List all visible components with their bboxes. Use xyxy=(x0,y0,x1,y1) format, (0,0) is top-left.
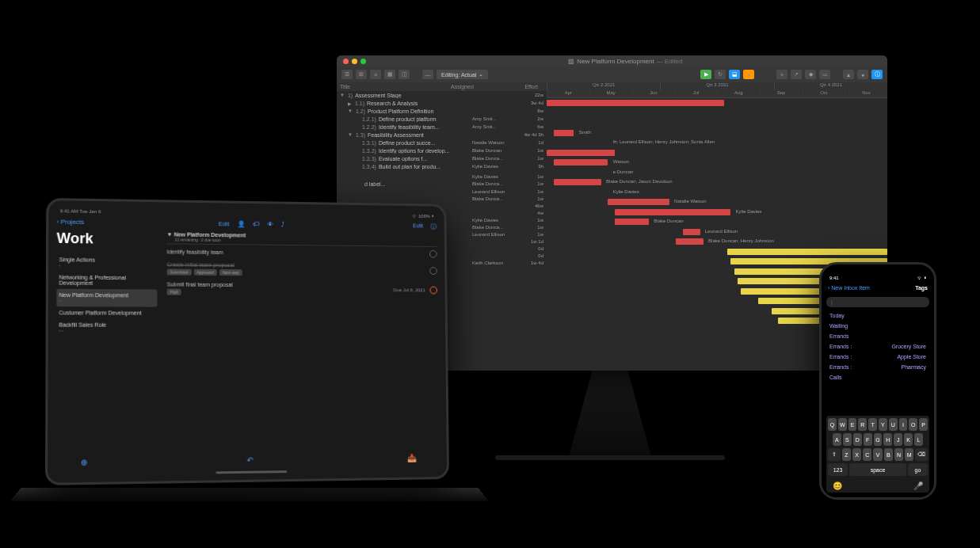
minimize-icon[interactable] xyxy=(352,59,357,64)
view-outline-button[interactable]: ☰ xyxy=(341,70,353,79)
gantt-bar[interactable] xyxy=(676,238,703,245)
mic-button[interactable]: 🎤 xyxy=(913,481,923,490)
info-icon[interactable]: ⓘ xyxy=(431,223,437,231)
eye-icon[interactable]: 👁 xyxy=(267,221,273,228)
keyboard-key[interactable]: ⌫ xyxy=(915,448,928,461)
keyboard-key[interactable]: D xyxy=(853,433,862,446)
keyboard-key[interactable]: space xyxy=(849,463,906,476)
new-item-button[interactable]: ⊕ xyxy=(81,458,87,466)
tag-icon[interactable]: 🏷 xyxy=(253,221,259,228)
keyboard-key[interactable]: A xyxy=(833,433,841,446)
keyboard-key[interactable]: L xyxy=(914,433,923,446)
view-list-button[interactable]: ≡ xyxy=(370,70,381,79)
inbox-button[interactable]: 📥 xyxy=(407,454,417,462)
keyboard-key[interactable]: C xyxy=(863,448,871,461)
task-status-circle[interactable] xyxy=(429,286,437,294)
gantt-bar[interactable] xyxy=(727,249,887,255)
keyboard-key[interactable]: S xyxy=(843,433,852,446)
gantt-bar[interactable] xyxy=(683,229,700,235)
keyboard-key[interactable]: X xyxy=(852,448,861,461)
keyboard-key[interactable]: O xyxy=(909,418,917,431)
keyboard-key[interactable]: T xyxy=(868,418,877,431)
tag-item[interactable]: Errands :Pharmacy xyxy=(826,362,929,372)
close-icon[interactable] xyxy=(343,59,349,64)
outline-row[interactable]: d label...Blake Dunca...1w xyxy=(337,180,547,188)
edit-button[interactable]: Edit xyxy=(219,220,230,227)
keyboard-key[interactable]: V xyxy=(873,448,882,461)
tag-item[interactable]: Today xyxy=(826,310,929,321)
keyboard-key[interactable]: Z xyxy=(842,448,851,461)
view-network-button[interactable]: ◫ xyxy=(398,70,410,79)
keyboard-key[interactable]: H xyxy=(883,433,892,446)
outline-row[interactable]: ▼1)Assessment Stage22w xyxy=(337,91,547,99)
tag-item[interactable]: Errands :Apple Store xyxy=(826,352,929,362)
task-row[interactable]: Submit final team proposalHighDue Jul 8,… xyxy=(167,278,438,299)
outline-row[interactable]: 1.3.3)Evaluate options f...Blake Dunca..… xyxy=(337,154,547,162)
task-status-circle[interactable] xyxy=(429,267,437,275)
keyboard-key[interactable]: F xyxy=(864,433,872,446)
keyboard-key[interactable]: 123 xyxy=(828,463,848,476)
home-indicator[interactable] xyxy=(215,470,287,474)
outline-row[interactable]: ▼1.2)Product Platform Definition8w xyxy=(337,107,547,115)
gantt-bar[interactable] xyxy=(547,100,724,106)
keyboard-key[interactable]: B xyxy=(884,448,893,461)
sidebar-project[interactable]: New Platform Development• xyxy=(56,289,157,307)
highlight-button[interactable]: ● xyxy=(857,70,868,79)
keyboard-key[interactable]: N xyxy=(894,448,903,461)
back-button[interactable]: ‹ Projects xyxy=(57,219,85,226)
iphone-back-button[interactable]: ‹ New Inbox Item xyxy=(828,285,870,291)
tag-item[interactable]: Errands xyxy=(826,331,929,341)
task-row[interactable]: Create initial team proposalSubmittedApp… xyxy=(167,258,437,280)
gantt-bar[interactable] xyxy=(554,159,608,166)
main-edit-button[interactable]: Edit xyxy=(413,223,423,231)
baseline-button[interactable]: — xyxy=(422,70,433,79)
sidebar-project[interactable]: Customer Platform Development xyxy=(56,306,157,319)
keyboard-key[interactable]: Q xyxy=(828,418,837,431)
tag-item[interactable]: Waiting xyxy=(826,321,929,331)
outline-row[interactable]: 1.2.2)Identify feasibility team...Amy Sm… xyxy=(337,123,547,131)
outline-row[interactable]: Blake Dunca...1w xyxy=(337,195,547,202)
gantt-bar[interactable] xyxy=(615,219,649,225)
keyboard-key[interactable]: W xyxy=(838,418,847,431)
view-board-button[interactable]: ▦ xyxy=(384,70,395,79)
editing-dropdown[interactable]: Editing: Actual⌄ xyxy=(437,70,488,79)
keyboard-key[interactable]: P xyxy=(919,418,928,431)
add-task-button[interactable]: + xyxy=(776,70,787,79)
outline-row[interactable]: Leonard Ellison1w xyxy=(337,188,547,195)
outline-row[interactable]: 1.2.1)Define product platformAmy Smit...… xyxy=(337,115,547,123)
gantt-bar[interactable] xyxy=(554,130,574,136)
person-icon[interactable]: 👤 xyxy=(237,221,245,228)
keyboard-key[interactable]: G xyxy=(874,433,883,446)
tag-item[interactable]: Calls xyxy=(826,372,929,382)
tag-item[interactable]: Errands :Grocery Store xyxy=(826,341,929,352)
catch-up-button[interactable]: ▶ xyxy=(700,70,711,79)
disclosure-icon[interactable]: ▼ xyxy=(167,231,173,237)
keyboard-key[interactable]: ⇧ xyxy=(828,448,841,461)
keyboard-key[interactable]: go xyxy=(908,463,928,476)
keyboard-key[interactable]: J xyxy=(894,433,902,446)
action-button[interactable]: ↗ xyxy=(791,70,802,79)
critical-button[interactable]: ▲ xyxy=(843,70,854,79)
outline-row[interactable]: 1.3.1)Define product succe...Natalie Wat… xyxy=(337,139,547,147)
publish-button[interactable]: ● xyxy=(743,70,754,79)
col-effort[interactable]: Effort xyxy=(506,84,538,89)
sidebar-project[interactable]: Backfill Sales Role• • xyxy=(56,318,157,336)
group-button[interactable]: ▭ xyxy=(819,70,830,79)
keyboard-key[interactable]: K xyxy=(904,433,913,446)
maximize-icon[interactable] xyxy=(360,59,366,64)
gantt-bar[interactable] xyxy=(547,150,615,156)
reschedule-button[interactable]: ↻ xyxy=(715,70,726,79)
tags-tab[interactable]: Tags xyxy=(915,285,928,291)
view-grid-button[interactable]: ⊞ xyxy=(356,70,367,79)
keyboard-key[interactable]: U xyxy=(889,418,898,431)
gantt-bar[interactable] xyxy=(554,179,601,185)
outline-row[interactable]: 1.3.2)Identify options for develop...Bla… xyxy=(337,147,547,154)
outline-row[interactable]: ▶1.1)Research & Analysis3w 4d xyxy=(337,99,547,107)
sidebar-project[interactable]: Single Actions• xyxy=(56,253,157,272)
gantt-bar[interactable] xyxy=(608,199,669,205)
sidebar-project[interactable]: Networking & Professional Development xyxy=(56,271,157,289)
outline-row[interactable]: Kylie Davies1w xyxy=(337,173,547,180)
col-title[interactable]: Title xyxy=(340,84,451,89)
keyboard-key[interactable]: E xyxy=(848,418,857,431)
keyboard-key[interactable]: I xyxy=(899,418,908,431)
